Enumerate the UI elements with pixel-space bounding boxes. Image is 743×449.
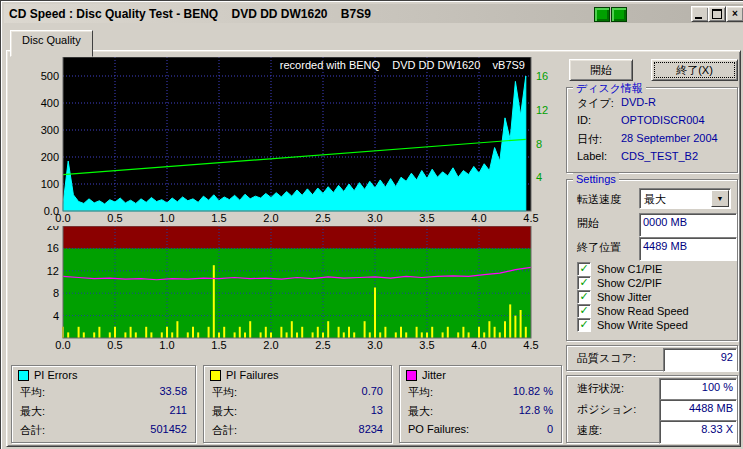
stat-value: 0 <box>547 423 553 436</box>
svg-text:4.5: 4.5 <box>523 212 538 224</box>
start-button[interactable]: 開始 <box>569 59 633 81</box>
disc-type-value: DVD-R <box>621 96 656 111</box>
checkbox-show-write-speed[interactable]: ✓ Show Write Speed <box>577 318 688 332</box>
checkbox-box: ✓ <box>577 276 591 290</box>
jitter-swatch <box>406 370 417 381</box>
stat-row: 平均:10.82 % <box>408 385 553 398</box>
stat-label: PO Failures: <box>408 423 469 436</box>
svg-text:0.0: 0.0 <box>44 205 59 217</box>
disc-label-label: Label: <box>577 150 621 162</box>
stat-label: 合計: <box>20 423 45 436</box>
checkbox-box: ✓ <box>577 304 591 318</box>
disc-date-label: 日付: <box>577 132 621 147</box>
checkmark-icon: ✓ <box>579 305 588 316</box>
settings-title: Settings <box>573 173 619 185</box>
position-label: ポジション: <box>577 402 636 417</box>
start-position-label: 開始 <box>577 216 599 231</box>
stat-label: 最大: <box>408 404 433 417</box>
disc-info-row: Label: CDS_TEST_B2 <box>577 150 731 162</box>
panel-title: Jitter <box>422 369 446 381</box>
svg-text:0.0: 0.0 <box>55 339 70 351</box>
stat-label: 最大: <box>20 404 45 417</box>
speed-label: 速度: <box>577 423 602 438</box>
svg-text:300: 300 <box>41 124 59 136</box>
svg-text:1.5: 1.5 <box>211 339 226 351</box>
svg-text:16: 16 <box>536 70 548 82</box>
minimize-button[interactable] <box>691 6 709 22</box>
green-app-icon-1[interactable] <box>594 7 610 22</box>
checkbox-show-c1-pie[interactable]: ✓ Show C1/PIE <box>577 262 662 276</box>
quality-score-label: 品質スコア: <box>577 351 636 366</box>
jitter-panel: Jitter 平均:10.82 % 最大:12.8 % PO Failures:… <box>399 365 562 443</box>
status-group: 進行状況: 100 % ポジション: 4488 MB 速度: 8.33 X <box>566 375 738 443</box>
settings-group: Settings 転送速度 最大 ▼ 開始 0000 MB 終了位置 4489 … <box>566 179 738 341</box>
svg-text:4: 4 <box>536 171 542 183</box>
stat-row: 合計:501452 <box>20 423 187 436</box>
checkbox-show-c2-pif[interactable]: ✓ Show C2/PIF <box>577 276 662 290</box>
transfer-speed-select[interactable]: 最大 ▼ <box>639 188 731 209</box>
checkbox-show-jitter[interactable]: ✓ Show Jitter <box>577 290 651 304</box>
disc-date-value: 28 September 2004 <box>621 132 718 147</box>
panel-header: Jitter <box>406 369 446 381</box>
stat-row: 最大:211 <box>20 404 187 417</box>
exit-button[interactable]: 終了(X) <box>651 59 738 81</box>
maximize-button[interactable] <box>708 6 726 22</box>
svg-text:4.0: 4.0 <box>471 339 486 351</box>
checkbox-show-read-speed[interactable]: ✓ Show Read Speed <box>577 304 689 318</box>
checkmark-icon: ✓ <box>579 277 588 288</box>
panel-title: PI Errors <box>34 369 77 381</box>
svg-text:4.5: 4.5 <box>523 339 538 351</box>
stat-row: 最大:13 <box>212 404 383 417</box>
svg-text:4.0: 4.0 <box>471 212 486 224</box>
svg-text:12: 12 <box>47 265 59 277</box>
disc-info-row: ID: OPTODISCR004 <box>577 114 731 126</box>
dropdown-button[interactable]: ▼ <box>711 190 729 207</box>
panel-header: PI Failures <box>210 369 279 381</box>
window-title: CD Speed : Disc Quality Test - BENQ DVD … <box>9 7 371 21</box>
disc-type-label: タイプ: <box>577 96 621 111</box>
quality-score-value: 92 <box>663 348 737 372</box>
title-bar[interactable]: CD Speed : Disc Quality Test - BENQ DVD … <box>4 4 743 23</box>
quality-score-group: 品質スコア: 92 <box>566 345 738 371</box>
disc-info-title: ディスク情報 <box>573 81 646 96</box>
end-position-field[interactable]: 4489 MB <box>639 237 737 261</box>
svg-text:16: 16 <box>47 242 59 254</box>
checkmark-icon: ✓ <box>579 263 588 274</box>
close-button[interactable]: × <box>726 6 743 22</box>
checkbox-box: ✓ <box>577 318 591 332</box>
svg-text:0.5: 0.5 <box>107 212 122 224</box>
stat-value: 13 <box>371 404 383 417</box>
disc-id-label: ID: <box>577 114 621 126</box>
stat-row: 平均:33.58 <box>20 385 187 398</box>
pi-errors-swatch <box>18 370 29 381</box>
transfer-speed-label: 転送速度 <box>577 192 621 207</box>
svg-text:3.5: 3.5 <box>419 339 434 351</box>
stat-row: 最大:12.8 % <box>408 404 553 417</box>
stat-value: 12.8 % <box>519 404 553 417</box>
green-app-icon-2[interactable] <box>611 7 627 22</box>
tab-disc-quality[interactable]: Disc Quality <box>10 30 93 57</box>
end-position-label: 終了位置 <box>577 240 621 255</box>
pi-failures-chart: 0.00.51.01.52.02.53.03.54.04.520161284 <box>29 226 563 352</box>
stat-label: 最大: <box>212 404 237 417</box>
start-position-field[interactable]: 0000 MB <box>639 213 737 237</box>
svg-text:4: 4 <box>53 310 59 322</box>
svg-text:0.5: 0.5 <box>107 339 122 351</box>
stat-label: 平均: <box>20 385 45 398</box>
minimize-icon <box>695 17 702 19</box>
pi-failures-panel: PI Failures 平均:0.70 最大:13 合計:8234 <box>203 365 392 443</box>
disc-info-group: ディスク情報 タイプ: DVD-R ID: OPTODISCR004 日付: 2… <box>566 87 738 173</box>
svg-text:1.0: 1.0 <box>159 339 174 351</box>
app-window: CD Speed : Disc Quality Test - BENQ DVD … <box>0 0 743 449</box>
speed-field: 8.33 X <box>659 420 737 444</box>
checkbox-box: ✓ <box>577 262 591 276</box>
pi-failures-swatch <box>210 370 221 381</box>
disc-label-value: CDS_TEST_B2 <box>621 150 698 162</box>
stat-value: 211 <box>169 404 187 417</box>
stat-value: 501452 <box>150 423 187 436</box>
stat-value: 33.58 <box>159 385 187 398</box>
checkbox-label: Show Read Speed <box>597 305 689 317</box>
stat-row: 平均:0.70 <box>212 385 383 398</box>
svg-text:500: 500 <box>41 70 59 82</box>
checkbox-label: Show C1/PIE <box>597 263 662 275</box>
